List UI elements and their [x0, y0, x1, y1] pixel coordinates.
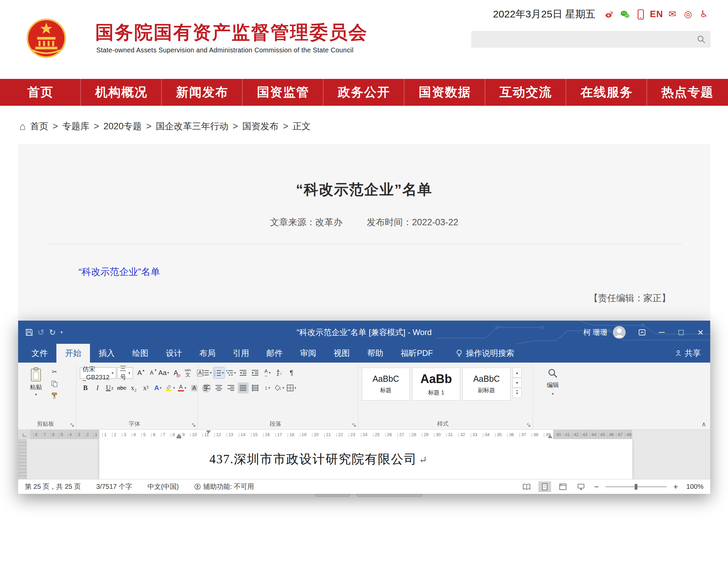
decrease-indent-button[interactable]: [238, 367, 249, 378]
clipboard-dialog-launcher-icon[interactable]: [70, 423, 75, 427]
show-hide-marks-button[interactable]: ¶: [286, 367, 297, 378]
ribbon-tab[interactable]: 福昕PDF: [392, 344, 442, 363]
read-mode-icon[interactable]: [520, 481, 533, 492]
sort-button[interactable]: AZ↓: [274, 367, 285, 378]
bold-button[interactable]: B: [80, 382, 91, 393]
nav-item[interactable]: 国资监管: [243, 79, 324, 106]
wechat-icon[interactable]: [620, 9, 630, 20]
ribbon-tab[interactable]: 视图: [325, 344, 358, 363]
line-spacing-button[interactable]: ↕▾: [262, 382, 273, 393]
collapse-ribbon-icon[interactable]: ∧: [701, 421, 706, 427]
styles-more-icon[interactable]: ▾: [513, 388, 522, 398]
multilevel-list-button[interactable]: ▾: [226, 367, 237, 378]
grow-font-button[interactable]: A▴: [134, 367, 145, 378]
right-indent-marker[interactable]: [548, 432, 552, 438]
breadcrumb-item[interactable]: 国资发布: [242, 120, 279, 132]
ribbon-tab[interactable]: 文件: [23, 344, 56, 363]
ribbon-display-options-icon[interactable]: [632, 321, 652, 344]
align-center-button[interactable]: [213, 382, 225, 393]
language-indicator[interactable]: 中文(中国): [147, 482, 179, 491]
nav-item[interactable]: 国资数据: [404, 79, 485, 106]
paragraph-dialog-launcher-icon[interactable]: [352, 423, 356, 427]
font-name-select[interactable]: 仿宋_GB2312▾: [80, 367, 116, 379]
ribbon-tab[interactable]: 设计: [157, 344, 191, 363]
document-page[interactable]: 437.深圳市市政设计研究院有限公司 ↵: [99, 439, 632, 479]
language-en-link[interactable]: EN: [651, 9, 662, 20]
customize-qat-icon[interactable]: ▾: [60, 330, 63, 334]
accessibility-status[interactable]: 辅助功能: 不可用: [194, 482, 254, 491]
font-color-button[interactable]: A ▾: [177, 382, 188, 393]
nav-item[interactable]: 机构概况: [81, 79, 162, 106]
nav-item[interactable]: 在线服务: [566, 79, 647, 106]
styles-dialog-launcher-icon[interactable]: [527, 423, 531, 427]
underline-button[interactable]: U▾: [104, 382, 115, 393]
breadcrumb-item[interactable]: 2020专题: [103, 120, 142, 132]
styles-scroll-up-icon[interactable]: ▴: [513, 368, 522, 378]
nav-item[interactable]: 互动交流: [485, 79, 566, 106]
cut-icon[interactable]: ✂: [48, 367, 60, 377]
distribute-button[interactable]: [250, 382, 261, 393]
font-dialog-launcher-icon[interactable]: [192, 423, 196, 427]
copy-icon[interactable]: [48, 378, 60, 389]
align-right-button[interactable]: [226, 382, 237, 393]
weibo-icon[interactable]: [604, 9, 615, 20]
nav-item[interactable]: 政务公开: [324, 79, 404, 106]
site-search-input[interactable]: [476, 31, 696, 48]
italic-button[interactable]: I: [92, 382, 103, 393]
zoom-level[interactable]: 100%: [685, 483, 703, 490]
account-name[interactable]: 柯 珊珊: [583, 327, 608, 337]
breadcrumb-item[interactable]: 专题库: [62, 120, 90, 132]
strikethrough-button[interactable]: abc: [116, 382, 127, 393]
ribbon-tab[interactable]: 审阅: [291, 344, 325, 363]
mobile-icon[interactable]: [635, 9, 646, 20]
ribbon-tab[interactable]: 绘图: [124, 344, 157, 363]
superscript-button[interactable]: x²: [140, 382, 151, 393]
asian-layout-button[interactable]: A↔ ▾: [262, 367, 273, 378]
page-indicator[interactable]: 第 25 页，共 25 页: [25, 482, 81, 491]
hanging-indent-marker[interactable]: [177, 431, 181, 437]
word-count[interactable]: 3/7517 个字: [96, 482, 132, 491]
text-effects-button[interactable]: A▾: [152, 382, 163, 393]
nav-item[interactable]: 热点专题: [647, 79, 728, 106]
bullet-list-button[interactable]: ▾: [201, 367, 212, 378]
ribbon-tab[interactable]: 引用: [224, 344, 258, 363]
close-button[interactable]: ×: [691, 321, 710, 344]
subscript-button[interactable]: x₂: [128, 382, 139, 393]
style-card-subtitle[interactable]: AaBbC 副标题: [463, 368, 511, 401]
paste-button[interactable]: 粘贴 ▾: [23, 365, 48, 401]
avatar[interactable]: [613, 326, 626, 339]
nav-item[interactable]: 首页: [0, 79, 81, 106]
numbered-list-button[interactable]: 123 ▾: [213, 367, 225, 378]
font-size-select[interactable]: 三号▾: [117, 367, 133, 379]
print-layout-icon[interactable]: [538, 481, 551, 492]
web-layout-icon[interactable]: [556, 481, 569, 492]
breadcrumb-item[interactable]: 首页: [30, 120, 48, 132]
focus-mode-icon[interactable]: [575, 481, 587, 492]
accessibility-icon[interactable]: ♿: [698, 9, 709, 20]
text-highlight-button[interactable]: ▾: [164, 382, 176, 393]
zoom-slider-thumb[interactable]: [635, 484, 637, 489]
increase-indent-button[interactable]: [250, 367, 261, 378]
styles-scroll-down-icon[interactable]: ▾: [513, 378, 522, 388]
home-icon[interactable]: ⌂: [19, 121, 26, 132]
ribbon-tab[interactable]: 邮件: [258, 344, 291, 363]
redo-icon[interactable]: ↻: [49, 328, 56, 336]
tell-me-search[interactable]: 操作说明搜索: [456, 344, 514, 363]
maximize-button[interactable]: □: [671, 321, 691, 344]
ribbon-tab[interactable]: 布局: [191, 344, 224, 363]
phonetic-guide-button[interactable]: wén文: [182, 367, 193, 378]
borders-button[interactable]: ▾: [286, 382, 297, 393]
shrink-font-button[interactable]: A▾: [146, 367, 157, 378]
search-icon[interactable]: [696, 35, 706, 44]
zoom-in-button[interactable]: +: [672, 482, 679, 492]
minimize-button[interactable]: ─: [652, 321, 671, 344]
zoom-out-button[interactable]: −: [593, 482, 600, 492]
style-card-title[interactable]: AaBbC 标题: [362, 368, 410, 401]
style-card-heading1[interactable]: AaBb 标题 1: [412, 368, 460, 401]
breadcrumb-item[interactable]: 国企改革三年行动: [156, 120, 228, 132]
justify-button[interactable]: [238, 382, 249, 393]
align-left-button[interactable]: [201, 382, 212, 393]
save-icon[interactable]: [26, 329, 33, 336]
editing-button[interactable]: 编辑 ▾: [536, 365, 569, 396]
breadcrumb-item[interactable]: 正文: [293, 120, 311, 132]
